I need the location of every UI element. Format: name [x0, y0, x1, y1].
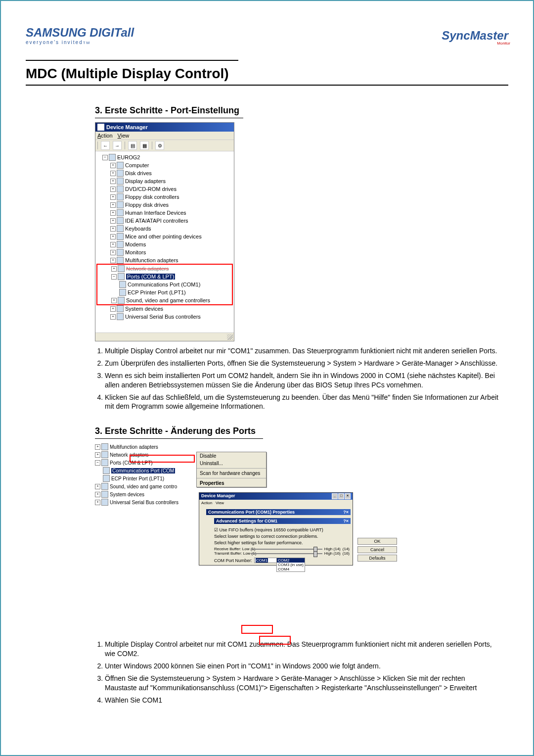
tree-node[interactable]: +Universal Serial Bus controllers [96, 313, 233, 321]
tree-node[interactable]: +Floppy disk drives [96, 201, 233, 209]
expander-icon[interactable]: + [95, 444, 100, 450]
tree-node[interactable]: +Modems [96, 240, 233, 248]
expander-icon[interactable]: + [110, 171, 116, 176]
tree-node[interactable]: +Universal Serial Bus controllers [95, 498, 194, 506]
expander-icon[interactable]: + [110, 234, 116, 239]
menu-item-properties[interactable]: Properties [197, 479, 266, 487]
maximize-icon[interactable]: □ [338, 493, 344, 499]
close-icon[interactable]: × [346, 519, 349, 523]
outer-titlebar[interactable]: Device Manager _ □ × [199, 493, 353, 500]
tree-node[interactable]: +Monitors [96, 248, 233, 256]
sound-icon [118, 297, 125, 304]
comport-dropdown[interactable]: COM2 COM3 (in use) COM4 [276, 558, 305, 572]
device-manager-overlay: Device Manager _ □ × Action View Communi… [199, 492, 353, 566]
tree-node[interactable]: +Keyboards [96, 225, 233, 233]
menu-item-uninstall[interactable]: Uninstall... [197, 460, 266, 467]
dm-titlebar[interactable]: Device Manager [95, 123, 234, 132]
system-icon [117, 305, 124, 312]
expander-icon[interactable]: + [110, 202, 116, 208]
forward-button[interactable]: → [113, 141, 122, 150]
back-button[interactable]: ← [101, 141, 110, 150]
tree-node[interactable]: +IDE ATA/ATAPI controllers [96, 217, 233, 225]
dm-tree[interactable]: − EUROG2 +Computer +Disk drives +Display… [95, 151, 234, 332]
tree-node[interactable]: +Display adapters [96, 177, 233, 185]
tree-node[interactable]: +Sound, video and game controllers [97, 296, 232, 304]
cancel-button[interactable]: Cancel [357, 546, 397, 553]
comport-row: COM Port Number: COM1 ▾ COM2 COM3 (in us… [214, 558, 350, 563]
expander-icon[interactable]: − [111, 274, 117, 280]
close-icon[interactable]: × [346, 510, 349, 515]
expander-icon[interactable]: + [110, 226, 116, 232]
dm-menubar[interactable]: Action View [95, 132, 234, 140]
syncmaster-logo: SyncMaster Monitor [442, 29, 508, 43]
expander-icon[interactable]: + [95, 500, 100, 505]
menu-action[interactable]: Action [201, 501, 212, 505]
tree-node[interactable]: +Multifunction adapters [95, 443, 194, 451]
mouse-icon [117, 233, 124, 240]
expander-icon[interactable]: + [110, 306, 116, 312]
tree-node-com-selected[interactable]: Communications Port (COM [95, 467, 194, 474]
tree-node-lpt1[interactable]: ECP Printer Port (LPT1) [97, 288, 232, 296]
expander-icon[interactable]: + [110, 194, 116, 200]
expander-icon[interactable]: + [110, 258, 116, 263]
tree-node[interactable]: +Disk drives [96, 169, 233, 177]
menu-view[interactable]: View [118, 133, 130, 139]
transmit-buffer-slider[interactable]: Transmit Buffer: Low (1) High (16) (16) [214, 551, 350, 556]
slider-thumb-icon[interactable] [313, 551, 317, 557]
toolbar-btn-3[interactable]: ⚙ [155, 141, 164, 150]
expander-icon[interactable]: + [110, 218, 116, 224]
expander-icon[interactable]: + [95, 484, 100, 489]
ok-button[interactable]: OK [357, 538, 397, 545]
expander-icon[interactable]: + [111, 298, 117, 303]
defaults-button[interactable]: Defaults [357, 555, 397, 562]
tree-node[interactable]: +Multifunction adapters [96, 256, 233, 264]
slider-track[interactable] [251, 549, 322, 550]
close-icon[interactable]: × [345, 493, 351, 499]
dropdown-option[interactable]: COM3 (in use) [277, 563, 305, 567]
expander-icon[interactable]: − [102, 155, 108, 160]
menu-action[interactable]: Action [97, 133, 113, 139]
expander-icon[interactable]: + [110, 314, 116, 320]
menu-item-scan[interactable]: Scan for hardware changes [197, 470, 266, 477]
computer-icon [109, 154, 116, 161]
tree-node[interactable]: +System devices [95, 490, 194, 498]
expander-icon[interactable]: + [110, 210, 116, 216]
fifo-checkbox-row[interactable]: ☑ Use FIFO buffers (requires 16550 compa… [214, 527, 350, 532]
expander-icon[interactable]: + [110, 163, 116, 168]
toolbar-btn-1[interactable]: ▤ [128, 141, 137, 150]
dropdown-option[interactable]: COM2 [277, 558, 305, 563]
expander-icon[interactable]: + [95, 492, 100, 497]
tree-node-com1[interactable]: Communications Port (COM1) [97, 281, 232, 288]
dropdown-option[interactable]: COM4 [277, 567, 305, 571]
expander-icon[interactable]: + [111, 266, 117, 272]
tree-node-struck[interactable]: +Network adapters [97, 265, 232, 273]
tree-node[interactable]: +System devices [96, 305, 233, 313]
menu-view[interactable]: View [216, 501, 224, 505]
toolbar-btn-2[interactable]: ▦ [140, 141, 149, 150]
properties-titlebar[interactable]: Communications Port (COM1) Properties ?× [206, 509, 351, 515]
expander-icon[interactable]: − [95, 460, 100, 466]
expander-icon[interactable]: + [110, 187, 116, 192]
port-icon [119, 289, 126, 296]
context-menu[interactable]: Disable Uninstall... Scan for hardware c… [196, 452, 267, 487]
tree-node[interactable]: +DVD/CD-ROM drives [96, 185, 233, 193]
tree-node[interactable]: +Floppy disk controllers [96, 193, 233, 201]
advanced-titlebar[interactable]: Advanced Settings for COM1 ?× [214, 518, 351, 524]
expander-icon[interactable]: + [95, 452, 100, 458]
tree-node-ports[interactable]: −Ports (COM & LPT) [97, 273, 232, 281]
tree-node-lpt[interactable]: ECP Printer Port (LPT1) [95, 474, 194, 482]
expander-icon[interactable]: + [110, 179, 116, 184]
tree-node[interactable]: +Human Interface Devices [96, 209, 233, 217]
usb-icon [117, 313, 124, 320]
step-item: Wenn es sich beim installierten Port um … [105, 371, 498, 390]
tree-node[interactable]: +Computer [96, 161, 233, 169]
expander-icon[interactable]: + [110, 242, 116, 247]
expander-icon[interactable]: + [110, 250, 116, 255]
tree-node[interactable]: +Sound, video and game contro [95, 482, 194, 490]
minimize-icon[interactable]: _ [332, 493, 338, 499]
slider-track[interactable] [251, 553, 322, 554]
tree-root[interactable]: − EUROG2 [96, 153, 233, 161]
menu-item-disable[interactable]: Disable [197, 452, 266, 460]
tree-node[interactable]: +Mice and other pointing devices [96, 233, 233, 240]
receive-buffer-slider[interactable]: Receive Buffer: Low (1) High (14) (14) [214, 547, 350, 551]
